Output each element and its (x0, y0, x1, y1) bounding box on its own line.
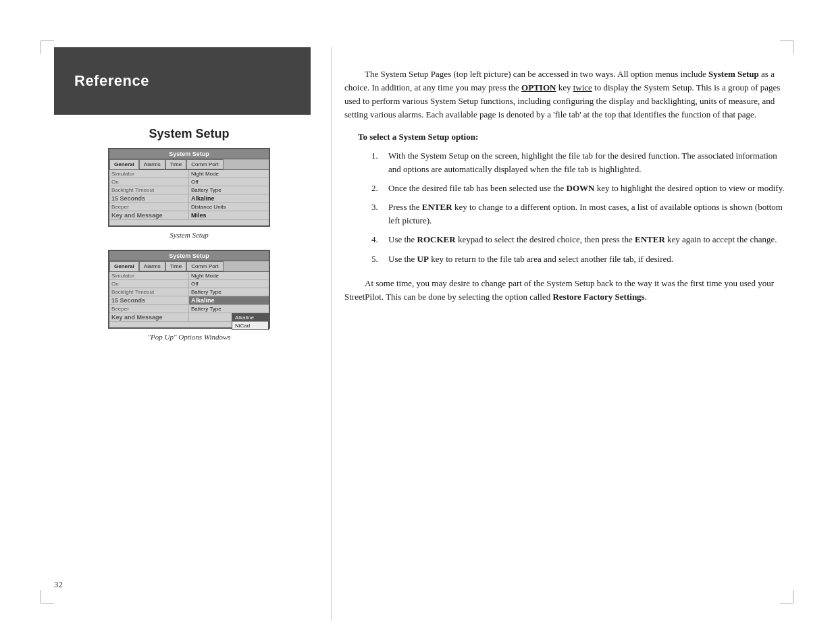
tab-general-1: General (109, 159, 139, 169)
step-2-text: Once the desired file tab has been selec… (385, 182, 790, 195)
page-container: Reference System Setup System Setup Gene… (0, 0, 834, 644)
tab-alarms-2: Alarms (139, 261, 165, 271)
tab-time-1: Time (165, 159, 186, 169)
screen2-row3: Backlight Timeout Battery Type (109, 288, 269, 296)
intro-paragraph: The System Setup Pages (top left picture… (344, 68, 790, 122)
step-1-text: With the System Setup on the screen, hig… (385, 149, 790, 176)
bold-down: DOWN (567, 183, 595, 193)
corner-mark-bl (41, 590, 54, 603)
tab-commport-2: Comm Port (186, 261, 223, 271)
screen1-tabs: General Alarms Time Comm Port (109, 159, 269, 170)
row5-value: Distance Units (189, 203, 269, 211)
step-3-num: 3. (371, 200, 378, 214)
row1-value: Night Mode (189, 170, 269, 178)
tab-general-2: General (109, 261, 139, 271)
device-screen-2: System Setup General Alarms Time Comm Po… (108, 250, 270, 329)
row1-label: Simulator (109, 170, 189, 178)
popup-item-nicad: NiCad (232, 321, 268, 329)
step-2-num: 2. (371, 182, 378, 195)
step-5: 5. Use the UP key to return to the file … (371, 252, 790, 266)
s2-row6-label: Key and Message (109, 313, 189, 321)
s2-row2-value: Off (189, 280, 269, 288)
page-number: 32 (54, 579, 63, 590)
screen1-caption: System Setup (54, 231, 324, 239)
screen2-row6: Key and Message Alkaline NiCad (109, 313, 269, 322)
corner-mark-br (780, 590, 793, 603)
s2-row4-value: Alkaline (189, 296, 269, 304)
row5-label: Beeper (109, 203, 189, 211)
screen2-row5: Beeper Battery Type (109, 305, 269, 313)
underline-twice: twice (573, 82, 592, 92)
step-4-text: Use the ROCKER keypad to select the desi… (385, 233, 790, 246)
row4-value: Alkaline (189, 194, 269, 203)
step-1: 1. With the System Setup on the screen, … (371, 149, 790, 176)
closing-paragraph: At some time, you may desire to change p… (344, 277, 790, 304)
bold-enter-2: ENTER (635, 234, 665, 244)
row3-label: Backlight Timeout (109, 186, 189, 194)
screen2-row1: Simulator Night Mode (109, 272, 269, 280)
bold-restore: Restore Factory Settings (552, 292, 644, 302)
screen2-tabs: General Alarms Time Comm Port (109, 261, 269, 272)
device-screen-1: System Setup General Alarms Time Comm Po… (108, 148, 270, 227)
row4-label: 15 Seconds (109, 194, 189, 203)
step-4-num: 4. (371, 233, 378, 246)
reference-box: Reference (54, 47, 311, 115)
step-3-text: Press the ENTER key to change to a diffe… (385, 200, 790, 227)
bold-rocker: ROCKER (417, 234, 456, 244)
section-title: System Setup (54, 127, 324, 141)
screen1-title: System Setup (109, 149, 269, 159)
corner-mark-tl (41, 41, 54, 54)
step-5-num: 5. (371, 252, 378, 266)
corner-mark-tr (780, 41, 793, 54)
left-column: Reference System Setup System Setup Gene… (54, 47, 324, 352)
tab-commport-1: Comm Port (186, 159, 223, 169)
s2-row4-label: 15 Seconds (109, 296, 189, 304)
screen1-row6: Key and Message Miles (109, 211, 269, 220)
step-5-text: Use the UP key to return to the file tab… (385, 252, 790, 266)
bold-enter-1: ENTER (422, 202, 452, 212)
screen2-caption: "Pop Up" Options Windows (54, 333, 324, 341)
screen1-row5: Beeper Distance Units (109, 203, 269, 211)
step-2: 2. Once the desired file tab has been se… (371, 182, 790, 195)
bold-system-setup: System Setup (708, 69, 759, 79)
screen1-spacer (109, 220, 269, 225)
popup-menu: Alkaline NiCad (232, 313, 269, 330)
row6-value: Miles (189, 211, 269, 219)
step-3: 3. Press the ENTER key to change to a di… (371, 200, 790, 227)
bold-option-key: OPTION (521, 82, 556, 92)
s2-row6-value: Alkaline NiCad (189, 313, 269, 321)
s2-row1-value: Night Mode (189, 272, 269, 279)
bold-up: UP (417, 254, 429, 264)
step-1-num: 1. (371, 149, 378, 163)
s2-row1-label: Simulator (109, 272, 189, 279)
popup-item-alkaline: Alkaline (232, 314, 268, 321)
row2-label: On (109, 178, 189, 186)
step-4: 4. Use the ROCKER keypad to select the d… (371, 233, 790, 246)
reference-title: Reference (74, 72, 149, 90)
divider-line (331, 47, 332, 621)
screen1-row2: On Off (109, 178, 269, 186)
subheading: To select a System Setup option: (358, 130, 790, 144)
right-column: The System Setup Pages (top left picture… (344, 68, 790, 312)
tab-time-2: Time (165, 261, 186, 271)
s2-row5-value: Battery Type (189, 305, 269, 313)
tab-alarms-1: Alarms (139, 159, 165, 169)
s2-row5-label: Beeper (109, 305, 189, 313)
s2-row3-label: Backlight Timeout (109, 288, 189, 296)
screen1-row4: 15 Seconds Alkaline (109, 194, 269, 203)
screen2-title: System Setup (109, 251, 269, 261)
s2-row2-label: On (109, 280, 189, 288)
s2-row3-value: Battery Type (189, 288, 269, 296)
row2-value: Off (189, 178, 269, 186)
steps-list: 1. With the System Setup on the screen, … (344, 149, 790, 266)
screen1-row1: Simulator Night Mode (109, 170, 269, 178)
screen1-row3: Backlight Timeout Battery Type (109, 186, 269, 194)
row3-value: Battery Type (189, 186, 269, 194)
screen2-row2: On Off (109, 280, 269, 288)
screen2-row4: 15 Seconds Alkaline (109, 296, 269, 305)
row6-label: Key and Message (109, 211, 189, 219)
